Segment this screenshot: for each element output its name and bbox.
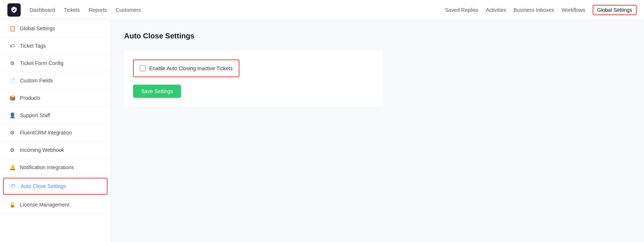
- settings-card: Enable Auto Closing Inactive Tickets Sav…: [124, 51, 383, 107]
- sidebar-item-auto-close-settings[interactable]: ⏱ Auto Close Settings: [3, 178, 108, 195]
- ticket-form-config-icon: ⚙: [9, 60, 16, 67]
- nav-activities[interactable]: Activities: [486, 7, 506, 13]
- incoming-webhook-icon: ⚙: [9, 147, 16, 153]
- nav-customers[interactable]: Customers: [116, 7, 141, 13]
- nav-global-settings[interactable]: Global Settings: [593, 5, 637, 15]
- auto-close-icon: ⏱: [10, 183, 16, 190]
- sidebar-item-label: Global Settings: [20, 25, 55, 31]
- nav-right-links: Saved Replies Activities Business Inboxe…: [445, 5, 637, 15]
- sidebar-item-ticket-tags[interactable]: 🏷 Ticket Tags: [0, 37, 110, 55]
- sidebar-item-global-settings[interactable]: 📋 Global Settings: [0, 20, 110, 37]
- sidebar-item-label: Support Staff: [20, 112, 50, 118]
- fluentcrm-icon: ⚙: [9, 129, 16, 136]
- sidebar-item-label: Ticket Form Config: [20, 60, 64, 66]
- sidebar-item-label: FluentCRM Integration: [20, 130, 72, 136]
- global-settings-icon: 📋: [9, 25, 16, 32]
- layout: 📋 Global Settings 🏷 Ticket Tags ⚙ Ticket…: [0, 20, 644, 242]
- sidebar-item-ticket-form-config[interactable]: ⚙ Ticket Form Config: [0, 55, 110, 72]
- enable-auto-closing-checkbox[interactable]: [140, 65, 146, 71]
- support-staff-icon: 👤: [9, 112, 16, 119]
- nav-reports[interactable]: Reports: [89, 7, 107, 13]
- ticket-tags-icon: 🏷: [9, 42, 16, 49]
- custom-fields-icon: 📄: [9, 77, 16, 84]
- sidebar-item-fluentcrm-integration[interactable]: ⚙ FluentCRM Integration: [0, 124, 110, 142]
- nav-tickets[interactable]: Tickets: [64, 7, 80, 13]
- enable-auto-closing-label[interactable]: Enable Auto Closing Inactive Tickets: [149, 65, 233, 71]
- top-nav: Dashboard Tickets Reports Customers Save…: [0, 0, 644, 20]
- sidebar-item-label: Auto Close Settings: [21, 183, 66, 189]
- sidebar-item-support-staff[interactable]: 👤 Support Staff: [0, 107, 110, 124]
- page-title: Auto Close Settings: [124, 32, 631, 40]
- license-management-icon: 🔒: [9, 201, 16, 208]
- sidebar-item-incoming-webhook[interactable]: ⚙ Incoming Webhook: [0, 142, 110, 159]
- nav-workflows[interactable]: Workflows: [562, 7, 585, 13]
- main-content: Auto Close Settings Enable Auto Closing …: [111, 20, 644, 242]
- sidebar: 📋 Global Settings 🏷 Ticket Tags ⚙ Ticket…: [0, 20, 111, 242]
- sidebar-item-custom-fields[interactable]: 📄 Custom Fields: [0, 72, 110, 89]
- sidebar-item-label: Products: [20, 95, 40, 101]
- sidebar-item-label: Notification Integrations: [20, 164, 74, 170]
- sidebar-item-products[interactable]: 📦 Products: [0, 89, 110, 107]
- nav-saved-replies[interactable]: Saved Replies: [445, 7, 478, 13]
- enable-auto-closing-row: Enable Auto Closing Inactive Tickets: [133, 59, 239, 77]
- logo[interactable]: [7, 3, 21, 17]
- sidebar-item-label: Ticket Tags: [20, 43, 46, 49]
- sidebar-item-label: Custom Fields: [20, 78, 53, 83]
- sidebar-item-label: Incoming Webhook: [20, 147, 64, 153]
- save-settings-button[interactable]: Save Settings: [133, 85, 181, 98]
- notification-integrations-icon: 🔔: [9, 164, 16, 171]
- nav-left-links: Dashboard Tickets Reports Customers: [30, 7, 445, 13]
- sidebar-item-license-management[interactable]: 🔒 License Management: [0, 196, 110, 214]
- sidebar-item-label: License Management: [20, 202, 69, 208]
- nav-dashboard[interactable]: Dashboard: [30, 7, 55, 13]
- nav-business-inboxes[interactable]: Business Inboxes: [514, 7, 554, 13]
- products-icon: 📦: [9, 95, 16, 101]
- sidebar-item-notification-integrations[interactable]: 🔔 Notification Integrations: [0, 159, 110, 176]
